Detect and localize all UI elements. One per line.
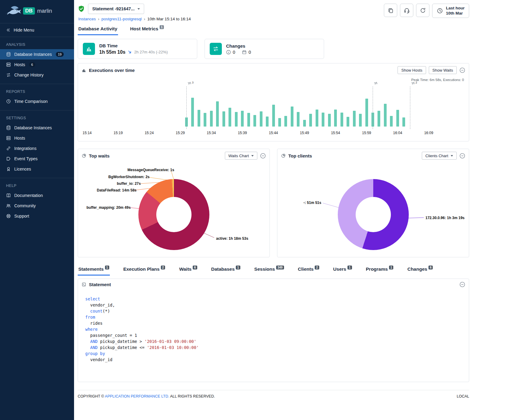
- breadcrumb-instance-name[interactable]: postgres11-postgresql: [101, 17, 142, 21]
- clock-icon: [437, 8, 443, 14]
- execution-bar[interactable]: [284, 116, 287, 127]
- sidebar-item-licences[interactable]: Licences: [0, 164, 74, 174]
- x-axis-label: 15:24: [145, 131, 154, 135]
- tab-host-metrics[interactable]: Host Metrics1: [130, 24, 165, 35]
- execution-bar[interactable]: [384, 104, 387, 127]
- execution-bar[interactable]: [198, 110, 200, 127]
- sql-line: AND pickup_datetime > '2016-01-03 09:00:…: [85, 339, 462, 345]
- change-marker[interactable]: 2: [410, 86, 410, 129]
- execution-bar[interactable]: [204, 113, 206, 127]
- tab-changes[interactable]: Changes6: [407, 264, 433, 276]
- tab-databases[interactable]: Databases1: [211, 264, 241, 276]
- sidebar-section-title: HELP: [0, 179, 74, 190]
- chevrons-left-icon: [6, 28, 10, 32]
- execution-bar[interactable]: [216, 101, 219, 127]
- breadcrumb-separator: ›: [98, 17, 100, 21]
- sidebar-item-hosts[interactable]: Hosts6: [0, 59, 74, 70]
- hide-menu-label: Hide Menu: [14, 28, 34, 32]
- refresh-button[interactable]: [416, 4, 429, 17]
- tab-sessions[interactable]: Sessions349: [254, 264, 285, 276]
- change-marker[interactable]: 3: [186, 86, 187, 129]
- collapse-icon[interactable]: [459, 282, 465, 287]
- breadcrumb-instances[interactable]: Instances: [78, 17, 96, 21]
- sql-statement: select vendor_id, count(*)from rideswher…: [78, 290, 469, 382]
- clients-chart-dropdown[interactable]: Clients Chart: [422, 152, 457, 160]
- execution-bar[interactable]: [402, 117, 405, 127]
- hide-menu-button[interactable]: Hide Menu: [0, 23, 74, 37]
- sql-line: rides: [85, 320, 462, 327]
- tab-badge: 6: [193, 266, 197, 269]
- sidebar-item-label: Database Instances: [14, 52, 52, 57]
- execution-bar[interactable]: [353, 111, 356, 127]
- execution-bar[interactable]: [191, 98, 194, 127]
- execution-bar[interactable]: [297, 112, 300, 127]
- execution-bar[interactable]: [235, 112, 238, 127]
- execution-bar[interactable]: [309, 114, 312, 127]
- execution-bar[interactable]: [210, 111, 213, 127]
- execution-bar[interactable]: [365, 99, 368, 127]
- execution-bar[interactable]: [303, 120, 306, 127]
- show-waits-button[interactable]: Show Waits: [429, 66, 457, 74]
- sidebar-item-integrations[interactable]: Integrations: [0, 143, 74, 154]
- execution-bar[interactable]: [253, 115, 256, 127]
- execution-bar[interactable]: [334, 110, 337, 127]
- execution-bar[interactable]: [260, 111, 262, 127]
- execution-bar[interactable]: [272, 105, 275, 127]
- copy-button[interactable]: [384, 4, 397, 17]
- execution-bar[interactable]: [396, 110, 399, 127]
- collapse-icon[interactable]: [459, 153, 465, 159]
- execution-bar[interactable]: [229, 108, 231, 127]
- collapse-icon[interactable]: [459, 67, 465, 73]
- statement-dropdown[interactable]: Statement -921647...: [88, 4, 144, 14]
- collapse-icon[interactable]: [260, 153, 266, 159]
- change-marker[interactable]: [373, 86, 373, 129]
- chevron-down-icon: [451, 155, 453, 157]
- sidebar-item-change-history[interactable]: Change History: [0, 70, 74, 80]
- execution-bar[interactable]: [347, 117, 349, 127]
- company-link[interactable]: APPLICATION PERFORMANCE LTD.: [105, 394, 169, 398]
- execution-bar[interactable]: [390, 116, 393, 127]
- sidebar-item-database-instances[interactable]: Database Instances: [0, 123, 74, 133]
- sidebar-item-documentation[interactable]: Documentation: [0, 190, 74, 201]
- waits-chart-dropdown[interactable]: Waits Chart: [225, 152, 257, 160]
- execution-bar[interactable]: [278, 118, 281, 127]
- sidebar-section-analysis: ANALYSISDatabase Instances19Hosts6Change…: [0, 37, 74, 84]
- execution-bar[interactable]: [340, 113, 343, 127]
- tab-programs[interactable]: Programs1: [365, 264, 394, 276]
- sidebar-item-support[interactable]: Support: [0, 211, 74, 221]
- execution-bar[interactable]: [291, 107, 293, 127]
- tab-execution-plans[interactable]: Execution Plans2: [123, 264, 166, 276]
- tab-database-activity[interactable]: Database Activity: [78, 24, 118, 35]
- execution-bar[interactable]: [322, 113, 324, 127]
- execution-bar[interactable]: [266, 117, 269, 127]
- top-waits-title: Top waits: [89, 153, 110, 158]
- statement-icon: [82, 282, 86, 287]
- sidebar-item-time-comparison[interactable]: Time Comparison: [0, 96, 74, 107]
- documentation-icon: [6, 193, 11, 198]
- tab-waits[interactable]: Waits6: [178, 264, 198, 276]
- time-range-button[interactable]: Last hour 10th Mar: [432, 4, 469, 18]
- show-hosts-button[interactable]: Show Hosts: [398, 66, 426, 74]
- execution-bar[interactable]: [359, 114, 362, 127]
- execution-bar[interactable]: [316, 110, 318, 127]
- sidebar-item-hosts[interactable]: Hosts: [0, 133, 74, 143]
- top-clients-donut[interactable]: [338, 179, 409, 250]
- sidebar-item-label: Hosts: [14, 62, 25, 67]
- event-types-icon: [6, 156, 11, 161]
- execution-bar[interactable]: [241, 111, 244, 127]
- execution-bar[interactable]: [328, 114, 331, 127]
- top-waits-donut[interactable]: [138, 179, 209, 250]
- support-button[interactable]: [400, 4, 413, 17]
- pie-chart-icon: [281, 154, 286, 158]
- execution-bar[interactable]: [378, 111, 380, 127]
- tab-clients[interactable]: Clients2: [297, 264, 320, 276]
- sidebar-item-event-types[interactable]: Event Types: [0, 154, 74, 164]
- tab-statements[interactable]: Statements1: [78, 264, 110, 276]
- sidebar-item-database-instances[interactable]: Database Instances19: [0, 49, 74, 59]
- execution-bar[interactable]: [222, 111, 225, 127]
- detail-tabs: Statements1Execution Plans2Waits6Databas…: [78, 264, 469, 276]
- sidebar-item-community[interactable]: Community: [0, 201, 74, 211]
- tab-users[interactable]: Users1: [333, 264, 353, 276]
- tab-badge: 2: [161, 266, 165, 269]
- execution-bar[interactable]: [247, 113, 250, 127]
